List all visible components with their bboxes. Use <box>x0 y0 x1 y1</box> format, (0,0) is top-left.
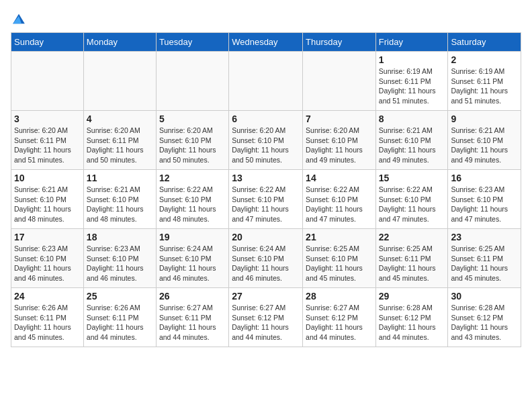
calendar-cell: 3Sunrise: 6:20 AM Sunset: 6:11 PM Daylig… <box>11 111 84 170</box>
calendar-cell: 1Sunrise: 6:19 AM Sunset: 6:11 PM Daylig… <box>375 52 448 111</box>
calendar-cell: 4Sunrise: 6:20 AM Sunset: 6:11 PM Daylig… <box>83 111 156 170</box>
calendar-cell: 19Sunrise: 6:24 AM Sunset: 6:10 PM Dayli… <box>156 229 228 288</box>
calendar-cell: 2Sunrise: 6:19 AM Sunset: 6:11 PM Daylig… <box>448 52 521 111</box>
calendar-cell: 24Sunrise: 6:26 AM Sunset: 6:11 PM Dayli… <box>11 288 84 347</box>
day-number: 13 <box>232 173 300 183</box>
page-header <box>11 11 521 27</box>
day-info: Sunrise: 6:25 AM Sunset: 6:10 PM Dayligh… <box>306 244 373 283</box>
day-info: Sunrise: 6:28 AM Sunset: 6:12 PM Dayligh… <box>451 303 518 342</box>
day-number: 24 <box>14 291 81 302</box>
calendar-cell: 18Sunrise: 6:23 AM Sunset: 6:10 PM Dayli… <box>83 229 156 288</box>
calendar-cell <box>156 52 228 111</box>
calendar-cell: 9Sunrise: 6:21 AM Sunset: 6:10 PM Daylig… <box>448 111 521 170</box>
calendar-cell: 15Sunrise: 6:22 AM Sunset: 6:10 PM Dayli… <box>375 170 448 229</box>
day-number: 6 <box>232 113 300 124</box>
day-info: Sunrise: 6:23 AM Sunset: 6:10 PM Dayligh… <box>14 244 81 283</box>
day-info: Sunrise: 6:26 AM Sunset: 6:11 PM Dayligh… <box>87 303 153 342</box>
calendar-cell: 13Sunrise: 6:22 AM Sunset: 6:10 PM Dayli… <box>229 170 303 229</box>
calendar-week-row: 3Sunrise: 6:20 AM Sunset: 6:11 PM Daylig… <box>11 111 521 170</box>
calendar-cell: 14Sunrise: 6:22 AM Sunset: 6:10 PM Dayli… <box>303 170 376 229</box>
weekday-header-sunday: Sunday <box>11 33 84 52</box>
day-number: 10 <box>14 173 81 183</box>
day-number: 4 <box>87 113 153 124</box>
day-number: 3 <box>14 113 81 124</box>
day-info: Sunrise: 6:22 AM Sunset: 6:10 PM Dayligh… <box>379 185 445 224</box>
day-number: 8 <box>379 113 445 124</box>
day-info: Sunrise: 6:20 AM Sunset: 6:10 PM Dayligh… <box>159 126 226 165</box>
day-number: 21 <box>306 232 373 242</box>
calendar-week-row: 10Sunrise: 6:21 AM Sunset: 6:10 PM Dayli… <box>11 170 521 229</box>
day-number: 9 <box>451 113 518 124</box>
day-info: Sunrise: 6:25 AM Sunset: 6:11 PM Dayligh… <box>451 244 518 283</box>
calendar-cell: 8Sunrise: 6:21 AM Sunset: 6:10 PM Daylig… <box>375 111 448 170</box>
day-info: Sunrise: 6:22 AM Sunset: 6:10 PM Dayligh… <box>159 185 226 224</box>
calendar-cell <box>303 52 376 111</box>
calendar-cell: 25Sunrise: 6:26 AM Sunset: 6:11 PM Dayli… <box>83 288 156 347</box>
day-info: Sunrise: 6:21 AM Sunset: 6:10 PM Dayligh… <box>14 185 81 224</box>
calendar-week-row: 24Sunrise: 6:26 AM Sunset: 6:11 PM Dayli… <box>11 288 521 347</box>
calendar-cell: 20Sunrise: 6:24 AM Sunset: 6:10 PM Dayli… <box>229 229 303 288</box>
day-info: Sunrise: 6:27 AM Sunset: 6:11 PM Dayligh… <box>159 303 226 342</box>
calendar-cell: 10Sunrise: 6:21 AM Sunset: 6:10 PM Dayli… <box>11 170 84 229</box>
calendar-header-row: SundayMondayTuesdayWednesdayThursdayFrid… <box>11 33 521 52</box>
day-number: 11 <box>87 173 153 183</box>
day-info: Sunrise: 6:21 AM Sunset: 6:10 PM Dayligh… <box>87 185 153 224</box>
calendar-table: SundayMondayTuesdayWednesdayThursdayFrid… <box>11 32 521 347</box>
calendar-cell: 27Sunrise: 6:27 AM Sunset: 6:12 PM Dayli… <box>229 288 303 347</box>
day-number: 25 <box>87 291 153 302</box>
day-number: 7 <box>306 113 373 124</box>
day-number: 17 <box>14 232 81 242</box>
day-info: Sunrise: 6:27 AM Sunset: 6:12 PM Dayligh… <box>232 303 300 342</box>
day-number: 15 <box>379 173 445 183</box>
day-number: 16 <box>451 173 518 183</box>
day-info: Sunrise: 6:23 AM Sunset: 6:10 PM Dayligh… <box>451 185 518 224</box>
day-number: 28 <box>306 291 373 302</box>
weekday-header-friday: Friday <box>375 33 448 52</box>
calendar-cell: 26Sunrise: 6:27 AM Sunset: 6:11 PM Dayli… <box>156 288 228 347</box>
day-info: Sunrise: 6:20 AM Sunset: 6:11 PM Dayligh… <box>87 126 153 165</box>
calendar-cell: 6Sunrise: 6:20 AM Sunset: 6:10 PM Daylig… <box>229 111 303 170</box>
calendar-cell: 11Sunrise: 6:21 AM Sunset: 6:10 PM Dayli… <box>83 170 156 229</box>
day-number: 19 <box>159 232 226 242</box>
day-info: Sunrise: 6:24 AM Sunset: 6:10 PM Dayligh… <box>159 244 226 283</box>
weekday-header-thursday: Thursday <box>303 33 376 52</box>
day-info: Sunrise: 6:19 AM Sunset: 6:11 PM Dayligh… <box>451 66 518 106</box>
day-info: Sunrise: 6:19 AM Sunset: 6:11 PM Dayligh… <box>379 66 445 106</box>
calendar-cell <box>11 52 84 111</box>
day-info: Sunrise: 6:23 AM Sunset: 6:10 PM Dayligh… <box>87 244 153 283</box>
day-number: 23 <box>451 232 518 242</box>
calendar-week-row: 1Sunrise: 6:19 AM Sunset: 6:11 PM Daylig… <box>11 52 521 111</box>
weekday-header-saturday: Saturday <box>448 33 521 52</box>
day-info: Sunrise: 6:22 AM Sunset: 6:10 PM Dayligh… <box>306 185 373 224</box>
weekday-header-tuesday: Tuesday <box>156 33 228 52</box>
calendar-cell: 12Sunrise: 6:22 AM Sunset: 6:10 PM Dayli… <box>156 170 228 229</box>
calendar-cell: 22Sunrise: 6:25 AM Sunset: 6:11 PM Dayli… <box>375 229 448 288</box>
day-number: 26 <box>159 291 226 302</box>
day-number: 22 <box>379 232 445 242</box>
day-number: 27 <box>232 291 300 302</box>
day-number: 20 <box>232 232 300 242</box>
calendar-week-row: 17Sunrise: 6:23 AM Sunset: 6:10 PM Dayli… <box>11 229 521 288</box>
day-info: Sunrise: 6:21 AM Sunset: 6:10 PM Dayligh… <box>451 126 518 165</box>
day-number: 29 <box>379 291 445 302</box>
calendar-cell: 17Sunrise: 6:23 AM Sunset: 6:10 PM Dayli… <box>11 229 84 288</box>
day-number: 1 <box>379 54 445 65</box>
day-info: Sunrise: 6:21 AM Sunset: 6:10 PM Dayligh… <box>379 126 445 165</box>
day-info: Sunrise: 6:20 AM Sunset: 6:10 PM Dayligh… <box>232 126 300 165</box>
calendar-cell <box>229 52 303 111</box>
day-info: Sunrise: 6:24 AM Sunset: 6:10 PM Dayligh… <box>232 244 300 283</box>
day-number: 12 <box>159 173 226 183</box>
day-info: Sunrise: 6:20 AM Sunset: 6:11 PM Dayligh… <box>14 126 81 165</box>
day-info: Sunrise: 6:27 AM Sunset: 6:12 PM Dayligh… <box>306 303 373 342</box>
calendar-cell: 7Sunrise: 6:20 AM Sunset: 6:10 PM Daylig… <box>303 111 376 170</box>
calendar-cell: 5Sunrise: 6:20 AM Sunset: 6:10 PM Daylig… <box>156 111 228 170</box>
calendar-cell <box>83 52 156 111</box>
day-number: 5 <box>159 113 226 124</box>
calendar-cell: 29Sunrise: 6:28 AM Sunset: 6:12 PM Dayli… <box>375 288 448 347</box>
logo-icon <box>11 11 27 27</box>
day-number: 2 <box>451 54 518 65</box>
day-info: Sunrise: 6:25 AM Sunset: 6:11 PM Dayligh… <box>379 244 445 283</box>
day-number: 18 <box>87 232 153 242</box>
calendar-cell: 16Sunrise: 6:23 AM Sunset: 6:10 PM Dayli… <box>448 170 521 229</box>
weekday-header-monday: Monday <box>83 33 156 52</box>
